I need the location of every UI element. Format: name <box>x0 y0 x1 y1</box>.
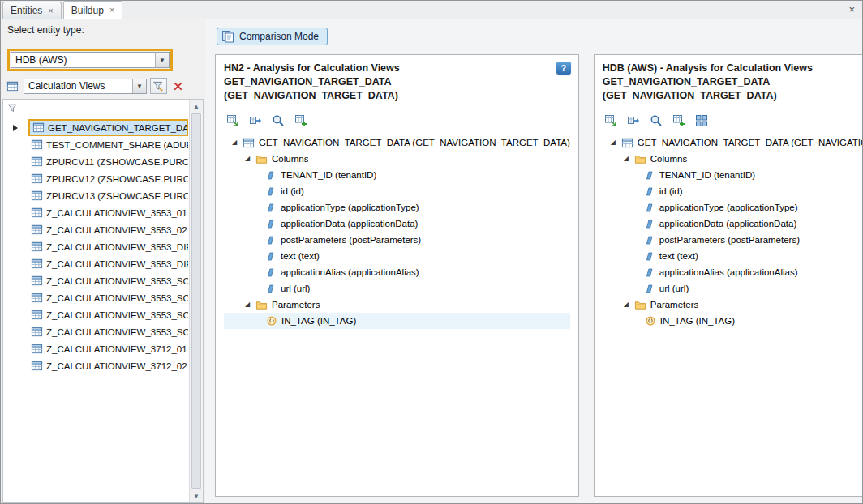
panel-title-line1: HDB (AWS) - Analysis for Calculation Vie… <box>603 62 863 75</box>
filter-funnel-icon[interactable] <box>7 103 19 116</box>
edit-filter-button[interactable] <box>150 78 167 94</box>
scrollbar-thumb[interactable] <box>191 113 201 489</box>
list-item-label: Z_CALCULATIONVIEW_3553_02 (ZSF <box>46 225 188 235</box>
list-item[interactable]: Z_CALCULATIONVIEW_3553_SCRIPT <box>3 306 203 323</box>
chevron-down-icon[interactable]: ▼ <box>155 53 169 67</box>
tree-node-column[interactable]: id (id) <box>224 183 570 199</box>
expander-icon[interactable]: ◢ <box>609 139 617 146</box>
expander-icon[interactable]: ◢ <box>230 139 238 146</box>
expander-icon[interactable]: ◢ <box>243 301 251 308</box>
list-item[interactable]: Z_CALCULATIONVIEW_3553_SCRIPT <box>3 323 203 340</box>
tree-node-parameters[interactable]: ◢ Parameters <box>224 297 570 313</box>
zoom-icon[interactable] <box>650 113 663 127</box>
tree-node-column[interactable]: id (id) <box>603 183 863 199</box>
comparison-mode-button[interactable]: Comparison Mode <box>217 28 328 45</box>
tree-node-label: Parameters <box>650 300 698 310</box>
list-item-label: ZPURCV11 (ZSHOWCASE.PURCHASI <box>46 157 188 167</box>
help-icon[interactable]: ? <box>556 62 571 75</box>
list-item[interactable]: Z_CALCULATIONVIEW_3553_02 (ZSF <box>3 221 203 238</box>
tree-node-label: Parameters <box>272 300 320 310</box>
tab-entities[interactable]: Entities × <box>2 2 62 19</box>
entity-list-scrollbar[interactable]: ▲ ▼ <box>189 100 203 502</box>
tree-node-parameter[interactable]: IN_TAG (IN_TAG) <box>224 313 570 329</box>
list-item[interactable]: Z_CALCULATIONVIEW_3553_SCRIPT <box>3 272 203 289</box>
tree-node-parameters[interactable]: ◢ Parameters <box>603 297 863 313</box>
tree-node-column[interactable]: TENANT_ID (tenantID) <box>224 167 570 183</box>
column-icon <box>645 186 655 197</box>
tree-node-column[interactable]: applicationAlias (applicationAlias) <box>224 264 570 280</box>
entity-type-highlight-box: HDB (AWS) ▼ <box>7 49 173 71</box>
add-table-icon[interactable] <box>294 113 307 127</box>
tree-node-column[interactable]: applicationType (applicationType) <box>224 199 570 216</box>
list-item[interactable]: Z_CALCULATIONVIEW_3553_01 (ZSF <box>3 204 203 221</box>
tree-node-column[interactable]: url (url) <box>224 280 570 297</box>
list-item[interactable]: Z_CALCULATIONVIEW_3712_01 (ZSF <box>3 340 203 357</box>
list-item[interactable]: ZPURCV11 (ZSHOWCASE.PURCHASI <box>3 153 203 170</box>
add-table-icon[interactable] <box>672 113 686 127</box>
scroll-up-icon[interactable]: ▲ <box>190 100 203 113</box>
tree-node-column[interactable]: postParameters (postParameters) <box>603 232 863 248</box>
tab-buildup[interactable]: Buildup × <box>63 1 122 19</box>
tab-entities-close-icon[interactable]: × <box>48 6 53 15</box>
list-item[interactable]: TEST_COMMENT_SHARE (ADUERRST <box>3 136 203 153</box>
tree-node-column[interactable]: url (url) <box>603 280 863 297</box>
analysis-panel-left: ? HN2 - Analysis for Calculation Views G… <box>215 54 579 497</box>
tree-node-columns[interactable]: ◢ Columns <box>224 151 570 167</box>
list-item[interactable]: ZPURCV12 (ZSHOWCASE.PURCHASI <box>3 170 203 187</box>
list-item[interactable]: GET_NAVIGATION_TARGET_DATA (s <box>3 119 203 136</box>
folder-icon <box>255 299 268 311</box>
tree-node-label: id (id) <box>281 186 304 196</box>
forward-table-icon[interactable] <box>627 113 641 127</box>
tree-node-column[interactable]: postParameters (postParameters) <box>224 232 570 248</box>
chevron-down-icon[interactable]: ▼ <box>132 79 146 93</box>
entity-type-dropdown[interactable]: HDB (AWS) ▼ <box>11 52 170 68</box>
list-item[interactable]: ZPURCV13 (ZSHOWCASE.PURCHASI <box>3 187 203 204</box>
tree-node-column[interactable]: applicationAlias (applicationAlias) <box>603 264 863 280</box>
export-table-icon[interactable] <box>604 113 618 127</box>
tree-node-column[interactable]: applicationData (applicationData) <box>603 216 863 232</box>
list-item-label: GET_NAVIGATION_TARGET_DATA (s <box>48 123 187 133</box>
list-item[interactable]: Z_CALCULATIONVIEW_3553_SCRIPT <box>3 289 203 306</box>
window-close-icon[interactable]: × <box>848 4 855 15</box>
tree-node-column[interactable]: applicationData (applicationData) <box>224 216 570 232</box>
view-filter-dropdown[interactable]: Calculation Views ▼ <box>24 79 147 94</box>
column-icon <box>266 267 277 278</box>
calculation-view-icon <box>31 292 43 304</box>
tree-node-columns[interactable]: ◢ Columns <box>603 151 863 167</box>
column-icon <box>266 251 277 262</box>
calculation-view-icon <box>31 190 43 202</box>
parameter-icon <box>645 315 656 327</box>
tree-node-column[interactable]: text (text) <box>224 248 570 264</box>
tree-node-parameter[interactable]: IN_TAG (IN_TAG) <box>603 313 863 329</box>
expander-icon[interactable]: ◢ <box>622 156 630 162</box>
tree-node-column[interactable]: applicationType (applicationType) <box>603 199 863 216</box>
tab-buildup-close-icon[interactable]: × <box>109 6 114 15</box>
list-item-label: ZPURCV13 (ZSHOWCASE.PURCHASI <box>46 191 188 201</box>
calculation-view-icon <box>31 343 43 355</box>
calculation-view-icon <box>31 156 43 168</box>
calculation-view-icon <box>31 309 43 321</box>
tree-node-column[interactable]: text (text) <box>603 248 863 264</box>
list-item[interactable]: Z_CALCULATIONVIEW_3553_DIRECT <box>3 238 203 255</box>
tree-node-root[interactable]: ◢ GET_NAVIGATION_TARGET_DATA (GET_NAVIGA… <box>224 135 570 151</box>
column-icon <box>645 251 655 262</box>
entity-list-filter-row[interactable] <box>3 100 203 119</box>
list-item[interactable]: Z_CALCULATIONVIEW_3553_DIRECT <box>3 255 203 272</box>
tree-node-root[interactable]: ◢ GET_NAVIGATION_TARGET_DATA (GET_NAVIGA… <box>603 135 863 151</box>
forward-table-icon[interactable] <box>248 113 262 127</box>
clear-filter-icon[interactable] <box>170 79 186 94</box>
comparison-mode-label: Comparison Mode <box>239 31 319 42</box>
list-item[interactable]: Z_CALCULATIONVIEW_3712_02 (ZSF <box>3 357 203 374</box>
export-table-icon[interactable] <box>225 113 239 127</box>
zoom-icon[interactable] <box>271 113 285 127</box>
tree-node-label: applicationAlias (applicationAlias) <box>659 267 798 277</box>
analysis-tree: ◢ GET_NAVIGATION_TARGET_DATA (GET_NAVIGA… <box>224 135 570 489</box>
panel-title-line1: HN2 - Analysis for Calculation Views <box>224 62 547 75</box>
scroll-down-icon[interactable]: ▼ <box>190 489 203 502</box>
tab-entities-label: Entities <box>11 5 42 16</box>
grid-view-icon[interactable] <box>695 113 709 127</box>
calculation-view-icon <box>243 137 255 149</box>
tree-node-column[interactable]: TENANT_ID (tenantID) <box>603 167 863 183</box>
expander-icon[interactable]: ◢ <box>243 156 251 162</box>
expander-icon[interactable]: ◢ <box>622 301 630 308</box>
